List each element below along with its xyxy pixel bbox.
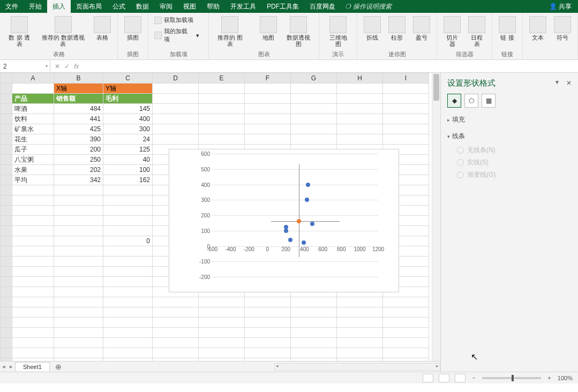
cell-I23[interactable] xyxy=(383,307,429,318)
row-header-10[interactable] xyxy=(1,175,12,185)
cell-C2[interactable]: 毛利 xyxy=(103,94,153,104)
data-point[interactable] xyxy=(288,238,292,242)
horizontal-scrollbar[interactable] xyxy=(274,363,440,371)
cell-C25[interactable] xyxy=(103,328,153,338)
cell-B18[interactable] xyxy=(54,257,103,267)
row-header-6[interactable] xyxy=(1,134,12,145)
cell-I25[interactable] xyxy=(383,328,429,338)
cell-B5[interactable]: 425 xyxy=(54,124,103,134)
cell-B23[interactable] xyxy=(54,307,103,318)
cell-E25[interactable] xyxy=(199,328,245,338)
add-sheet-button[interactable]: ⊕ xyxy=(50,363,67,371)
cell-D5[interactable] xyxy=(153,124,199,134)
cell-I2[interactable] xyxy=(383,94,429,104)
cell-B2[interactable]: 销售额 xyxy=(54,94,103,104)
cell-G3[interactable] xyxy=(291,104,337,114)
cell-G4[interactable] xyxy=(291,114,337,124)
cell-C28[interactable] xyxy=(103,358,153,361)
cell-A28[interactable] xyxy=(12,358,54,361)
row-header-7[interactable] xyxy=(1,145,12,155)
cell-E26[interactable] xyxy=(199,338,245,348)
cell-I4[interactable] xyxy=(383,114,429,124)
cell-A2[interactable]: 产品 xyxy=(12,94,54,104)
cell-I3[interactable] xyxy=(383,104,429,114)
cell-C11[interactable] xyxy=(103,185,153,195)
cell-H24[interactable] xyxy=(337,318,383,328)
cell-F28[interactable] xyxy=(245,358,291,361)
cell-D28[interactable] xyxy=(153,358,199,361)
cell-A3[interactable]: 啤酒 xyxy=(12,104,54,114)
cell-H27[interactable] xyxy=(337,348,383,358)
view-pagebreak-button[interactable] xyxy=(455,374,466,382)
row-header-14[interactable] xyxy=(1,216,12,226)
formula-input[interactable] xyxy=(83,60,578,72)
cell-A8[interactable]: 八宝粥 xyxy=(12,155,54,165)
zoom-value[interactable]: 100% xyxy=(558,375,573,381)
cell-B20[interactable] xyxy=(54,277,103,287)
cell-I1[interactable] xyxy=(383,84,429,94)
cell-B28[interactable] xyxy=(54,358,103,361)
cell-I26[interactable] xyxy=(383,338,429,348)
cell-H2[interactable] xyxy=(337,94,383,104)
cell-B25[interactable] xyxy=(54,328,103,338)
cell-E1[interactable] xyxy=(199,84,245,94)
cell-F23[interactable] xyxy=(245,307,291,318)
row-header-15[interactable] xyxy=(1,226,12,236)
cell-C6[interactable]: 24 xyxy=(103,134,153,145)
cell-B26[interactable] xyxy=(54,338,103,348)
tab-insert[interactable]: 插入 xyxy=(47,0,71,13)
cell-C9[interactable]: 100 xyxy=(103,165,153,175)
cell-C18[interactable] xyxy=(103,257,153,267)
cell-A4[interactable]: 饮料 xyxy=(12,114,54,124)
sparkline-line-button[interactable]: 折线 xyxy=(362,15,383,42)
zoom-in-button[interactable]: ＋ xyxy=(546,374,552,382)
cell-C19[interactable] xyxy=(103,267,153,277)
col-header-C[interactable]: C xyxy=(103,73,153,84)
cell-B9[interactable]: 202 xyxy=(54,165,103,175)
opt-no-line[interactable]: 无线条(N) xyxy=(457,144,572,156)
tab-help[interactable]: 帮助 xyxy=(201,0,225,13)
cell-G25[interactable] xyxy=(291,328,337,338)
tab-formulas[interactable]: 公式 xyxy=(107,0,131,13)
cell-B11[interactable] xyxy=(54,185,103,195)
view-normal-button[interactable] xyxy=(423,374,433,382)
cell-I28[interactable] xyxy=(383,358,429,361)
sheet-tab-1[interactable]: Sheet1 xyxy=(15,362,50,371)
tab-dev[interactable]: 开发工具 xyxy=(225,0,261,13)
cell-A27[interactable] xyxy=(12,348,54,358)
cell-C26[interactable] xyxy=(103,338,153,348)
row-header-16[interactable] xyxy=(1,236,12,246)
cell-A11[interactable] xyxy=(12,185,54,195)
cell-B7[interactable]: 200 xyxy=(54,145,103,155)
cell-I5[interactable] xyxy=(383,124,429,134)
row-header-13[interactable] xyxy=(1,206,12,216)
cell-C17[interactable] xyxy=(103,246,153,257)
vertical-scrollbar[interactable] xyxy=(432,73,440,361)
cell-A14[interactable] xyxy=(12,216,54,226)
get-addins-button[interactable]: 获取加载项 xyxy=(153,15,200,25)
avg-point[interactable] xyxy=(297,219,301,223)
cell-F24[interactable] xyxy=(245,318,291,328)
embedded-chart[interactable]: -200-1000100200300400500600-600-400-2000… xyxy=(169,149,399,292)
cell-A13[interactable] xyxy=(12,206,54,216)
zoom-slider[interactable] xyxy=(482,377,541,379)
zoom-out-button[interactable]: － xyxy=(471,374,477,382)
opt-solid-line[interactable]: 实线(S) xyxy=(457,156,572,169)
cell-A6[interactable]: 花生 xyxy=(12,134,54,145)
cell-F26[interactable] xyxy=(245,338,291,348)
cell-H3[interactable] xyxy=(337,104,383,114)
cell-A12[interactable] xyxy=(12,195,54,206)
illustrations-button[interactable]: 插图 xyxy=(122,15,144,42)
cell-A24[interactable] xyxy=(12,318,54,328)
cancel-icon[interactable]: ✕ xyxy=(55,63,60,70)
cell-C5[interactable]: 300 xyxy=(103,124,153,134)
cell-E22[interactable] xyxy=(199,297,245,307)
cell-H6[interactable] xyxy=(337,134,383,145)
slicer-button[interactable]: 切片器 xyxy=(441,15,463,48)
cell-A15[interactable] xyxy=(12,226,54,236)
row-header-21[interactable] xyxy=(1,287,12,297)
cell-C22[interactable] xyxy=(103,297,153,307)
col-header-H[interactable]: H xyxy=(337,73,383,84)
cell-C8[interactable]: 40 xyxy=(103,155,153,165)
sparkline-column-button[interactable]: 柱形 xyxy=(386,15,408,42)
